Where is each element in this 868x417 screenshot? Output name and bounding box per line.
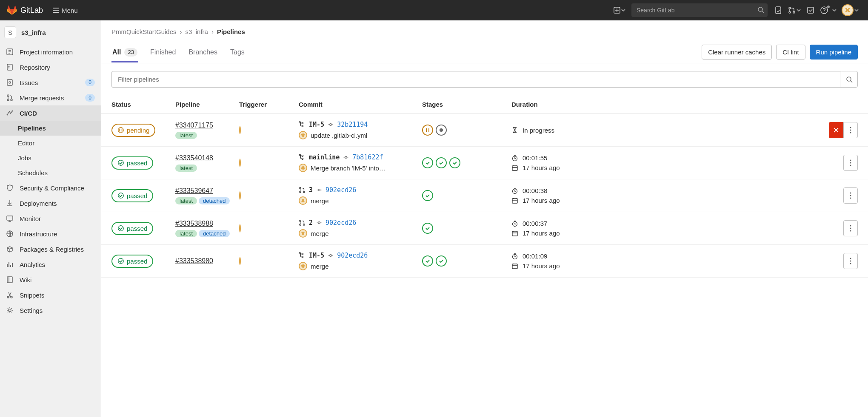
- pipeline-actions-menu[interactable]: [843, 253, 858, 269]
- sidebar-item-label: CI/CD: [20, 110, 37, 117]
- pipeline-id-link[interactable]: #333539647: [175, 187, 213, 195]
- sidebar-item-packages-registries[interactable]: Packages & Registries: [0, 241, 101, 257]
- sidebar-sub-editor[interactable]: Editor: [0, 136, 101, 150]
- sidebar-item-monitor[interactable]: Monitor: [0, 211, 101, 226]
- commit-sha-link[interactable]: 902ecd26: [326, 186, 356, 194]
- status-badge[interactable]: pending: [111, 124, 155, 137]
- search-input[interactable]: [631, 3, 768, 17]
- packages-icon: [6, 245, 14, 253]
- sidebar-sub-pipelines[interactable]: Pipelines: [0, 121, 101, 136]
- sidebar-item-snippets[interactable]: Snippets: [0, 287, 101, 303]
- status-badge[interactable]: passed: [111, 255, 153, 268]
- sidebar-item-settings[interactable]: Settings: [0, 303, 101, 318]
- filter-search-button[interactable]: [841, 71, 858, 88]
- calendar-icon: [511, 165, 518, 171]
- sidebar-item-analytics[interactable]: Analytics: [0, 257, 101, 272]
- commit-ref[interactable]: mainline: [309, 153, 340, 161]
- stage-manual[interactable]: [436, 125, 447, 136]
- triggerer-avatar[interactable]: [239, 191, 241, 200]
- gitlab-logo[interactable]: GitLab: [7, 5, 43, 15]
- user-menu[interactable]: [839, 4, 861, 16]
- stage-ok[interactable]: [422, 255, 433, 267]
- hamburger-icon: [52, 7, 59, 14]
- commit-ref[interactable]: IM-5: [309, 252, 324, 259]
- pipeline-id-link[interactable]: #333538988: [175, 220, 213, 227]
- svg-point-17: [12, 111, 13, 112]
- sidebar-item-label: Repository: [20, 64, 50, 71]
- pipeline-id-link[interactable]: #334071175: [175, 122, 213, 129]
- commit-ref[interactable]: 3: [309, 186, 313, 194]
- sidebar-item-merge-requests[interactable]: Merge requests0: [0, 90, 101, 105]
- sidebar-sub-schedules[interactable]: Schedules: [0, 165, 101, 180]
- stage-pending[interactable]: [422, 125, 433, 136]
- triggerer-avatar[interactable]: [239, 159, 241, 167]
- svg-point-57: [850, 230, 851, 232]
- status-badge[interactable]: passed: [111, 156, 153, 170]
- main-menu-button[interactable]: Menu: [49, 4, 81, 17]
- sidebar-item-deployments[interactable]: Deployments: [0, 196, 101, 211]
- breadcrumb-item[interactable]: PmmQuickStartGuides: [111, 28, 177, 35]
- stage-ok[interactable]: [422, 223, 433, 234]
- tab-branches[interactable]: Branches: [188, 42, 218, 62]
- stage-ok[interactable]: [422, 157, 433, 168]
- pipeline-actions-menu[interactable]: [843, 220, 858, 236]
- tab-finished[interactable]: Finished: [149, 42, 177, 62]
- deploy-icon: [6, 199, 14, 207]
- commit-message: merge: [311, 263, 329, 270]
- stage-ok[interactable]: [449, 157, 460, 168]
- commit-ref[interactable]: IM-5: [309, 121, 324, 128]
- pipeline-actions-menu[interactable]: [843, 155, 858, 171]
- issues-shortcut[interactable]: [771, 3, 785, 17]
- new-dropdown[interactable]: [611, 7, 628, 14]
- sidebar-item-issues[interactable]: Issues0: [0, 75, 101, 90]
- tanuki-icon: [7, 5, 17, 15]
- sidebar-item-project-information[interactable]: Project information: [0, 44, 101, 60]
- todos-shortcut[interactable]: [803, 3, 818, 17]
- project-header[interactable]: S s3_infra: [0, 20, 101, 44]
- sidebar-item-wiki[interactable]: Wiki: [0, 272, 101, 287]
- sidebar-item-security-compliance[interactable]: Security & Compliance: [0, 180, 101, 196]
- help-dropdown[interactable]: [818, 6, 839, 14]
- sidebar-item-infrastructure[interactable]: Infrastructure: [0, 226, 101, 241]
- status-pending-icon: [117, 127, 124, 133]
- commit-message: update .gitlab-ci.yml: [311, 132, 367, 139]
- cancel-pipeline-button[interactable]: [829, 122, 843, 138]
- pipeline-row: passed#333538980IM-5902ecd26merge00:01:0…: [101, 245, 868, 278]
- commit-ref[interactable]: 2: [309, 219, 313, 227]
- plus-box-icon: [614, 7, 620, 14]
- breadcrumb-item[interactable]: s3_infra: [186, 28, 208, 35]
- commit-sha-link[interactable]: 32b21194: [337, 121, 368, 128]
- pipeline-id-link[interactable]: #333540148: [175, 154, 213, 162]
- commit-sha-link[interactable]: 902ecd26: [326, 219, 356, 227]
- column-header: Stages: [422, 101, 511, 108]
- tab-tags[interactable]: Tags: [229, 42, 246, 62]
- mr-shortcut[interactable]: [785, 6, 803, 14]
- stage-ok[interactable]: [436, 157, 447, 168]
- commit-sha-link[interactable]: 902ecd26: [337, 252, 368, 259]
- sidebar-item-ci-cd[interactable]: CI/CD: [0, 105, 101, 121]
- finished-text: 17 hours ago: [523, 164, 560, 171]
- sidebar-item-repository[interactable]: Repository: [0, 60, 101, 75]
- triggerer-avatar[interactable]: [239, 224, 241, 233]
- triggerer-avatar[interactable]: [239, 257, 241, 265]
- status-badge[interactable]: passed: [111, 222, 153, 235]
- ci-lint-button[interactable]: CI lint: [776, 45, 805, 60]
- filter-pipelines-input[interactable]: [111, 71, 841, 88]
- triggerer-avatar[interactable]: [239, 126, 241, 134]
- sidebar-sub-jobs[interactable]: Jobs: [0, 150, 101, 165]
- pipeline-actions-menu[interactable]: [843, 122, 858, 138]
- clear-runner-caches-button[interactable]: Clear runner caches: [702, 45, 772, 60]
- breadcrumb-item: Pipelines: [217, 28, 245, 35]
- stage-ok[interactable]: [422, 190, 433, 201]
- pipeline-actions-menu[interactable]: [843, 187, 858, 204]
- stage-manual-icon: [437, 126, 445, 134]
- status-badge[interactable]: passed: [111, 189, 153, 202]
- stage-ok[interactable]: [436, 255, 447, 267]
- tab-all[interactable]: All23: [111, 42, 138, 62]
- pipeline-id-link[interactable]: #333538980: [175, 257, 213, 265]
- search-icon[interactable]: [757, 6, 764, 13]
- run-pipeline-button[interactable]: Run pipeline: [810, 45, 858, 60]
- commit-message: Merge branch 'IM-5' into…: [311, 165, 385, 172]
- svg-point-4: [789, 11, 791, 13]
- commit-sha-link[interactable]: 7b81622f: [352, 153, 383, 161]
